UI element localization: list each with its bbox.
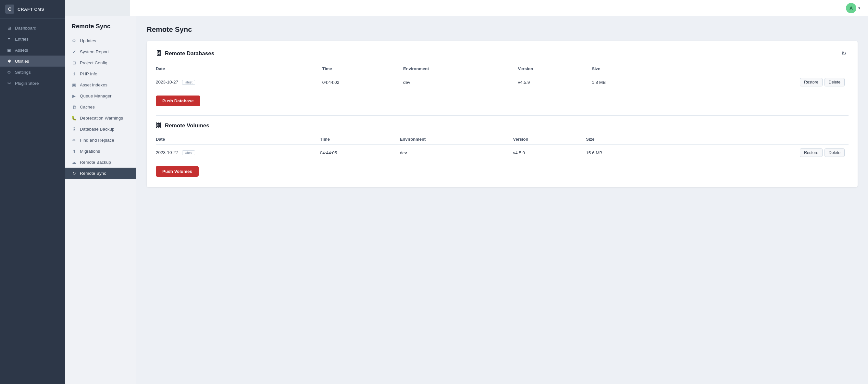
assets-icon: ▣ [6,48,12,53]
sidebar-item-dashboard[interactable]: ⊞Dashboard [0,22,65,33]
col-env-db: Environment [403,64,518,74]
secondary-sidebar: Remote Sync ⚙Updates✔System Report⊟Proje… [65,16,136,384]
db-date-cell: 2023-10-27 latest [156,74,322,91]
sec-sidebar-item-asset-indexes[interactable]: ▣Asset Indexes [65,79,136,90]
sec-sidebar-item-database-backup[interactable]: 🗄Database Backup [65,123,136,135]
push-volumes-button[interactable]: Push Volumes [156,166,199,177]
sidebar-item-label: Utilities [15,59,29,64]
databases-table-header-row: Date Time Environment Version Size [156,64,848,74]
restore-button[interactable]: Restore [800,78,823,86]
db-version-cell: v4.5.9 [518,74,592,91]
sidebar-nav: ⊞Dashboard≡Entries▣Assets✱Utilities⚙Sett… [0,19,65,384]
col-actions-db [660,64,848,74]
sidebar: C CRAFT CMS ⊞Dashboard≡Entries▣Assets✱Ut… [0,0,65,384]
sec-sidebar-item-migrations[interactable]: ⬆Migrations [65,146,136,156]
sec-sidebar-label: Remote Sync [80,171,106,176]
topbar: A ▾ [130,0,868,16]
system-report-icon: ✔ [71,49,76,54]
table-row: 2023-10-27 latest 04:44:02 dev v4.5.9 1.… [156,74,848,91]
sec-sidebar-item-queue-manager[interactable]: ▶Queue Manager [65,90,136,101]
utilities-icon: ✱ [6,58,12,64]
remote-databases-header: 🗄 Remote Databases ↻ [156,49,848,58]
database-backup-icon: 🗄 [71,126,76,131]
sidebar-item-label: Settings [15,70,31,75]
user-dropdown-arrow[interactable]: ▾ [858,6,860,10]
col-size-db: Size [592,64,660,74]
table-row: 2023-10-27 latest 04:44:05 dev v4.5.9 15… [156,145,848,161]
content-title: Remote Sync [147,25,858,34]
plugin-store-icon: ✂ [6,81,12,86]
database-icon: 🗄 [156,50,162,57]
sec-sidebar-label: Deprecation Warnings [80,116,123,121]
col-env-vol: Environment [400,134,513,145]
sec-sidebar-item-php-info[interactable]: ℹPHP Info [65,68,136,79]
vol-date-cell: 2023-10-27 latest [156,145,320,161]
sidebar-item-label: Plugin Store [15,81,39,86]
main-wrapper: A ▾ Remote Sync ⚙Updates✔System Report⊟P… [65,0,868,384]
sidebar-item-label: Dashboard [15,26,36,31]
sec-sidebar-label: Updates [80,38,96,43]
asset-indexes-icon: ▣ [71,82,76,87]
col-version-vol: Version [513,134,586,145]
remote-backup-icon: ☁ [71,159,76,165]
col-date-db: Date [156,64,322,74]
vol-time-cell: 04:44:05 [320,145,400,161]
sec-sidebar-item-remote-sync[interactable]: ↻Remote Sync [65,168,136,179]
volumes-table-header-row: Date Time Environment Version Size [156,134,848,145]
remote-databases-title: 🗄 Remote Databases [156,50,214,57]
sec-sidebar-item-find-and-replace[interactable]: ✏Find and Replace [65,135,136,146]
caches-icon: 🗑 [71,104,76,110]
sec-sidebar-label: Migrations [80,149,100,154]
remote-databases-label: Remote Databases [165,50,214,57]
sidebar-item-utilities[interactable]: ✱Utilities [0,56,65,67]
col-version-db: Version [518,64,592,74]
sidebar-item-entries[interactable]: ≡Entries [0,33,65,45]
sec-sidebar-item-caches[interactable]: 🗑Caches [65,101,136,112]
main-content: Remote Sync ⚙Updates✔System Report⊟Proje… [65,16,868,384]
sidebar-item-plugin-store[interactable]: ✂Plugin Store [0,78,65,89]
sec-sidebar-label: Caches [80,105,95,110]
sec-sidebar-item-updates[interactable]: ⚙Updates [65,35,136,46]
restore-button[interactable]: Restore [800,148,823,157]
sidebar-header: C CRAFT CMS [0,0,65,19]
db-size-cell: 1.8 MB [592,74,660,91]
user-area[interactable]: A ▾ [846,3,860,13]
db-env-cell: dev [403,74,518,91]
sidebar-item-label: Assets [15,48,28,53]
find-and-replace-icon: ✏ [71,138,76,143]
badge-latest: latest [182,150,195,155]
volumes-table: Date Time Environment Version Size 2023-… [156,134,848,161]
sidebar-item-settings[interactable]: ⚙Settings [0,67,65,78]
col-time-db: Time [322,64,403,74]
sec-sidebar-label: Queue Manager [80,94,112,98]
dashboard-icon: ⊞ [6,25,12,31]
sec-sidebar-item-project-config[interactable]: ⊟Project Config [65,57,136,68]
migrations-icon: ⬆ [71,148,76,154]
sidebar-item-assets[interactable]: ▣Assets [0,45,65,56]
delete-button[interactable]: Delete [825,78,845,86]
sec-sidebar-label: Database Backup [80,127,115,131]
remote-volumes-label: Remote Volumes [165,122,209,129]
delete-button[interactable]: Delete [825,148,845,157]
badge-latest: latest [182,80,195,85]
db-actions-cell: Restore Delete [660,74,848,91]
col-time-vol: Time [320,134,400,145]
sec-sidebar-item-deprecation-warnings[interactable]: 🐛Deprecation Warnings [65,112,136,123]
deprecation-warnings-icon: 🐛 [71,115,76,121]
sec-sidebar-item-system-report[interactable]: ✔System Report [65,46,136,57]
vol-env-cell: dev [400,145,513,161]
entries-icon: ≡ [6,36,12,41]
queue-manager-icon: ▶ [71,93,76,98]
refresh-button[interactable]: ↻ [839,49,848,58]
vol-version-cell: v4.5.9 [513,145,586,161]
sidebar-item-label: Entries [15,37,29,41]
section-divider [156,115,848,116]
col-date-vol: Date [156,134,320,145]
sec-sidebar-label: System Report [80,49,109,54]
user-avatar[interactable]: A [846,3,856,13]
app-name: CRAFT CMS [18,7,44,12]
app-logo[interactable]: C [5,4,14,13]
databases-table: Date Time Environment Version Size 2023-… [156,64,848,90]
sec-sidebar-item-remote-backup[interactable]: ☁Remote Backup [65,156,136,168]
push-database-button[interactable]: Push Database [156,95,200,106]
